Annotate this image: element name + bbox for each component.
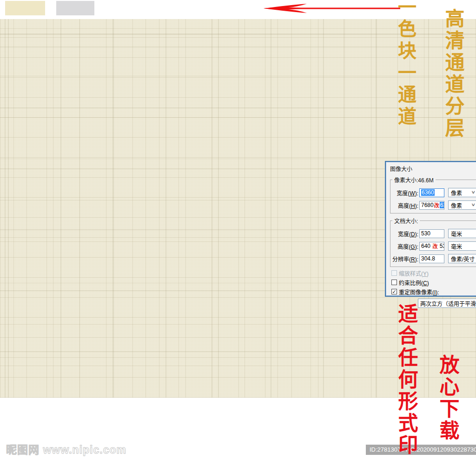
resample-image-option: ✓ 重定图像像素(I):: [391, 288, 476, 295]
dialog-title: 图像大小: [386, 162, 476, 173]
edit-mark: 改: [432, 242, 438, 250]
edit-mark: 改: [434, 201, 440, 209]
pixel-height-label: 高度(H):: [390, 201, 418, 209]
pixel-height-row: 高度(H): 7680改6360 像素∨: [390, 200, 476, 210]
doc-width-row: 宽度(D): 530 毫米∨: [390, 229, 476, 238]
chevron-down-icon: ∨: [471, 190, 476, 194]
nipic-watermark: 昵图网 www.nipic.com: [6, 441, 126, 457]
image-id-bar: ID:27813070 NO:20200912093022873086: [366, 445, 476, 455]
document-size-legend: 文档大小:: [392, 217, 420, 225]
constrain-proportions-option: 约束比例(C): [391, 279, 476, 286]
nipic-preview-page: 一色块一通道 高清通道分层 适合任何形式印 放心下载 图像大小 像素大小:46.…: [0, 0, 476, 460]
doc-width-label: 宽度(D):: [390, 230, 418, 238]
resample-image-label: 重定图像像素(I):: [399, 288, 439, 296]
constrain-proportions-checkbox[interactable]: [391, 280, 397, 285]
doc-height-label: 高度(G):: [390, 242, 418, 250]
selected-text: 6360: [421, 189, 435, 196]
selected-text: 6360: [440, 202, 444, 208]
scale-styles-option: 缩放样式(Y): [391, 270, 476, 276]
resample-method-dropdown[interactable]: 两次立方（适用于平滑渐变: [418, 299, 476, 308]
pixel-size-group: 像素大小:46.6M 宽度(W): 6360 像素∨ 高度(H): 7680改6…: [390, 176, 476, 213]
pixel-width-label: 宽度(W):: [390, 189, 418, 197]
resolution-unit-dropdown[interactable]: 像素/英寸∨: [448, 254, 476, 263]
new-value: 530: [440, 243, 444, 249]
doc-height-unit-dropdown[interactable]: 毫米∨: [448, 241, 476, 251]
doc-width-unit-dropdown[interactable]: 毫米∨: [448, 229, 476, 238]
scale-styles-checkbox: [391, 270, 397, 276]
pixel-width-row: 宽度(W): 6360 像素∨: [390, 188, 476, 197]
doc-height-input[interactable]: 640 改 530: [419, 242, 444, 251]
checkmark-icon: ✓: [392, 289, 396, 294]
pixel-width-input[interactable]: 6360: [419, 188, 444, 197]
image-size-dialog: 图像大小 像素大小:46.6M 宽度(W): 6360 像素∨ 高度(H): 7…: [385, 161, 476, 297]
constrain-proportions-label: 约束比例(C): [399, 279, 429, 287]
doc-height-row: 高度(G): 640 改 530 毫米∨: [390, 241, 476, 251]
resolution-row: 分辨率(R): 304.8 像素/英寸∨: [390, 254, 476, 263]
resample-method-value: 两次立方（适用于平滑渐变: [420, 300, 476, 307]
pixel-size-legend: 像素大小:46.6M: [392, 176, 436, 184]
color-swatch-cream: [5, 1, 45, 15]
old-value: 640: [421, 243, 430, 249]
color-swatch-gray: [56, 1, 94, 15]
chevron-down-icon: ∨: [471, 202, 476, 207]
doc-width-input[interactable]: 530: [419, 229, 444, 238]
pixel-height-input[interactable]: 7680改6360: [419, 201, 444, 210]
pixel-height-unit-dropdown[interactable]: 像素∨: [448, 200, 476, 210]
resolution-label: 分辨率(R):: [390, 255, 418, 263]
scale-styles-label: 缩放样式(Y): [399, 269, 429, 277]
old-value: 7680: [421, 202, 434, 208]
resample-image-checkbox[interactable]: ✓: [391, 289, 397, 294]
pixel-width-unit-dropdown[interactable]: 像素∨: [448, 188, 476, 197]
resolution-input[interactable]: 304.8: [419, 254, 444, 263]
document-size-group: 文档大小: 宽度(D): 530 毫米∨ 高度(G): 640 改 530 毫米…: [390, 217, 476, 267]
red-arrow-icon: [261, 2, 402, 14]
